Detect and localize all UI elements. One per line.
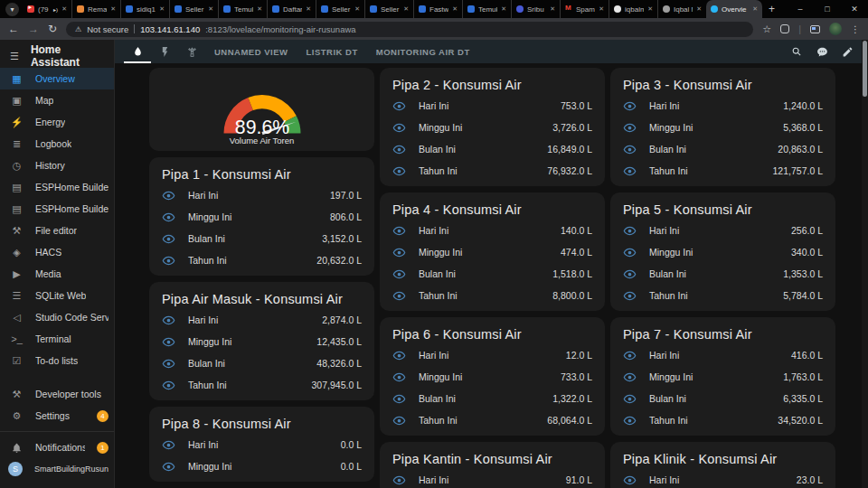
minimize-button[interactable]: – — [787, 5, 814, 14]
entity-row[interactable]: Hari Ini 23.0 L — [610, 469, 835, 488]
tab-close-icon[interactable]: ✕ — [61, 5, 67, 13]
scrollbar-thumb[interactable] — [863, 41, 867, 97]
entity-row[interactable]: Minggu Ini 3,726.0 L — [380, 117, 605, 138]
entity-row[interactable]: Tahun Ini 68,064.0 L — [380, 409, 605, 431]
entity-row[interactable]: Hari Ini 1,240.0 L — [610, 95, 835, 117]
sidebar-item-media[interactable]: ▶ Media — [0, 263, 114, 285]
browser-tab[interactable]: iqbalm ▸) ✕ — [609, 0, 657, 18]
browser-tab[interactable]: Daftar ▸) ✕ — [267, 0, 316, 18]
entity-row[interactable]: Bulan Ini 1,518.0 L — [380, 263, 605, 285]
tab-close-icon[interactable]: ✕ — [208, 5, 213, 13]
sidebar-toggle-icon[interactable]: ☰ — [10, 51, 19, 62]
entity-row[interactable]: Hari Ini 256.0 L — [610, 220, 835, 241]
browser-tab[interactable]: Iqbal M ▸) ✕ — [657, 0, 706, 18]
sidebar-item-map[interactable]: ▣ Map — [0, 89, 114, 111]
browser-tab[interactable]: (79 ▸) ✕ — [23, 0, 71, 18]
entity-row[interactable]: Bulan Ini 1,353.0 L — [610, 263, 835, 285]
bookmark-star-icon[interactable]: ☆ — [762, 23, 771, 35]
reload-button[interactable]: ↻ — [48, 23, 57, 34]
address-bar[interactable]: ⚠ Not secure 103.141.61.140:8123/lovelac… — [66, 22, 753, 37]
entity-row[interactable]: Tahun Ini 34,520.0 L — [610, 409, 835, 431]
tab-close-icon[interactable]: ✕ — [354, 5, 360, 13]
close-button[interactable]: ✕ — [841, 5, 868, 14]
entity-row[interactable]: Hari Ini 140.0 L — [380, 220, 605, 241]
tab-close-icon[interactable]: ✕ — [257, 5, 262, 13]
tab-monitoring-air-dt[interactable]: MONITORING AIR DT — [376, 47, 470, 57]
entity-row[interactable]: Minggu Ini 806.0 L — [149, 206, 374, 228]
entity-row[interactable]: Tahun Ini 8,800.0 L — [380, 285, 605, 306]
entity-row[interactable]: Bulan Ini 20,863.0 L — [610, 138, 835, 160]
tab-close-icon[interactable]: ✕ — [306, 5, 311, 13]
sidebar-item-esphome-builder[interactable]: ▤ ESPHome Builder — [0, 176, 114, 198]
browser-tab[interactable]: sidiq1 ▸) ✕ — [120, 0, 169, 18]
tab-close-icon[interactable]: ✕ — [403, 5, 409, 13]
entity-row[interactable]: Minggu Ini 733.0 L — [380, 366, 605, 388]
tab-close-icon[interactable]: ✕ — [110, 5, 116, 13]
entity-row[interactable]: Tahun Ini 76,932.0 L — [380, 160, 605, 182]
entity-row[interactable]: Hari Ini 12.0 L — [380, 344, 605, 366]
back-button[interactable]: ← — [8, 23, 19, 34]
entity-row[interactable]: Bulan Ini 1,322.0 L — [380, 388, 605, 409]
entity-row[interactable]: Minggu Ini 340.0 L — [610, 241, 835, 263]
forward-button[interactable]: → — [28, 23, 39, 34]
browser-tab[interactable]: Sribu S ▸) ✕ — [511, 0, 560, 18]
edit-pencil-icon[interactable] — [842, 46, 854, 58]
tab-water-monitoring[interactable] — [124, 40, 151, 63]
sidebar-item-terminal[interactable]: >_ Terminal — [0, 328, 114, 350]
sidebar-item-esphome-builder-dev-[interactable]: ▤ ESPHome Builder (dev) — [0, 198, 114, 220]
entity-row[interactable]: Bulan Ini 16,849.0 L — [380, 138, 605, 160]
sidebar-item-studio-code-server[interactable]: ◁ Studio Code Server — [0, 306, 114, 328]
sidebar-item-energy[interactable]: ⚡ Energy — [0, 111, 114, 133]
tab-close-icon[interactable]: ✕ — [647, 5, 653, 13]
sidebar-item-hacs[interactable]: ◈ HACS — [0, 241, 114, 263]
tab-close-icon[interactable]: ✕ — [452, 5, 458, 13]
extensions-icon[interactable] — [780, 24, 789, 33]
entity-row[interactable]: Minggu Ini 0.0 L — [149, 455, 374, 477]
entity-row[interactable]: Hari Ini 0.0 L — [149, 434, 374, 455]
maximize-button[interactable]: □ — [814, 5, 841, 14]
tab-close-icon[interactable]: ✕ — [550, 5, 555, 13]
entity-row[interactable]: Bulan Ini 48,326.0 L — [149, 352, 374, 374]
sidebar-item-file-editor[interactable]: ⚒ File editor — [0, 220, 114, 241]
browser-menu-icon[interactable]: ⋮ — [851, 24, 860, 34]
scrollbar[interactable] — [862, 40, 868, 488]
sidebar-item-to-do-lists[interactable]: ☑ To-do lists — [0, 350, 114, 371]
entity-row[interactable]: Hari Ini 416.0 L — [610, 344, 835, 366]
sidebar-item-logbook[interactable]: ≣ Logbook — [0, 133, 114, 155]
tab-unnamed-view[interactable]: UNNAMED VIEW — [214, 47, 288, 57]
sidebar-item-settings[interactable]: ⚙ Settings 4 — [0, 405, 114, 427]
entity-row[interactable]: Hari Ini 91.0 L — [380, 469, 605, 488]
browser-tab[interactable]: Seller C ▸) ✕ — [364, 0, 413, 18]
browser-tab[interactable]: Remain ▸) ✕ — [71, 0, 120, 18]
side-panel-icon[interactable] — [810, 25, 820, 33]
tab-close-icon[interactable]: ✕ — [501, 5, 506, 13]
entity-row[interactable]: Tahun Ini 121,757.0 L — [610, 160, 835, 182]
assist-chat-icon[interactable] — [816, 46, 828, 58]
tab-close-icon[interactable]: ✕ — [599, 5, 604, 13]
tab-search-button[interactable]: ▾ — [5, 3, 19, 16]
new-tab-button[interactable]: + — [769, 3, 775, 15]
sidebar-item-sqlite-web[interactable]: ☰ SQLite Web — [0, 285, 114, 306]
gauge-card[interactable]: 89.6% Volume Air Toren — [149, 68, 374, 151]
sidebar-item-smartbuildingrusunawa[interactable]: S SmartBuildingRusunawa — [0, 458, 114, 480]
browser-tab[interactable]: Spam ( ▸) ✕ — [560, 0, 609, 18]
entity-row[interactable]: Minggu Ini 5,368.0 L — [610, 117, 835, 138]
tab-close-icon[interactable]: ✕ — [696, 5, 702, 13]
entity-row[interactable]: Tahun Ini 5,784.0 L — [610, 285, 835, 306]
sidebar-item-notifications[interactable]: Notifications 1 — [0, 436, 114, 458]
browser-tab[interactable]: Temuka ▸) ✕ — [462, 0, 511, 18]
browser-profile-avatar[interactable] — [829, 23, 842, 35]
browser-tab[interactable]: Seller C ▸) ✕ — [316, 0, 364, 18]
entity-row[interactable]: Minggu Ini 474.0 L — [380, 241, 605, 263]
browser-tab[interactable]: Overvie ▸) ✕ — [706, 0, 762, 18]
entity-row[interactable]: Bulan Ini 3,152.0 L — [149, 228, 374, 249]
browser-tab[interactable]: Fastwo ▸) ✕ — [413, 0, 462, 18]
entity-row[interactable]: Hari Ini 753.0 L — [380, 95, 605, 117]
entity-row[interactable]: Minggu Ini 1,763.0 L — [610, 366, 835, 388]
entity-row[interactable]: Hari Ini 2,874.0 L — [149, 309, 374, 331]
search-icon[interactable] — [791, 46, 803, 58]
sidebar-item-overview[interactable]: ▦ Overview — [0, 68, 114, 89]
entity-row[interactable]: Minggu Ini 12,435.0 L — [149, 331, 374, 352]
tab-close-icon[interactable]: ✕ — [752, 5, 758, 13]
sidebar-item-developer-tools[interactable]: ⚒ Developer tools — [0, 383, 114, 405]
